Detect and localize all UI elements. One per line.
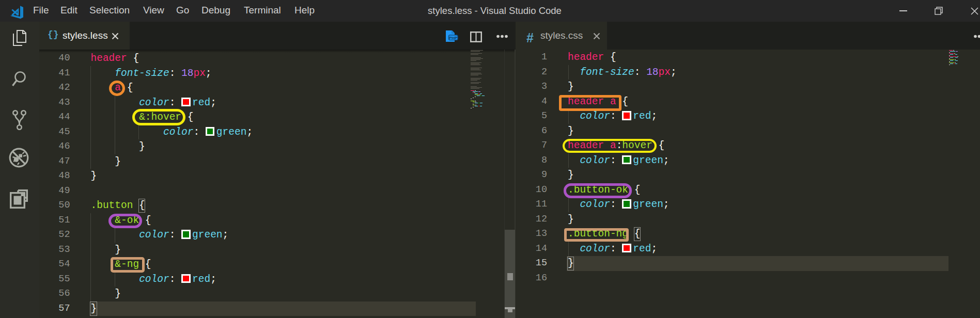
svg-text:PHP: PHP bbox=[449, 36, 458, 40]
